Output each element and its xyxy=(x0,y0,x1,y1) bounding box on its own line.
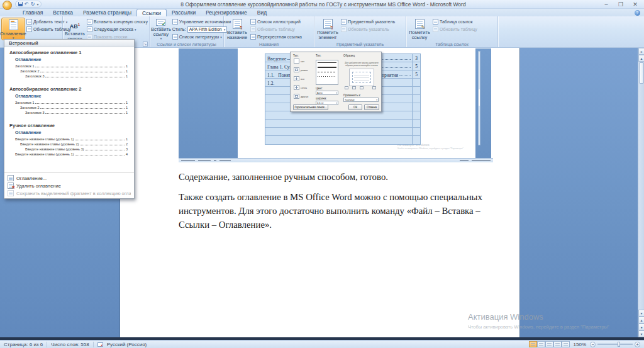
group-citations: Вставить ссылку ▾ Управление источниками… xyxy=(150,16,224,47)
insert-endnote-label: Вставить концевую сноску xyxy=(94,20,148,24)
mark-entry-button[interactable]: Пометить элемент xyxy=(316,18,340,40)
insert-index-icon xyxy=(341,19,347,25)
insert-index-button[interactable]: Предметный указатель xyxy=(341,18,395,25)
tab-view[interactable]: Вид xyxy=(252,9,272,16)
border-option-grid[interactable]: сетка xyxy=(294,85,307,90)
print-layout-view-button[interactable] xyxy=(529,341,537,347)
cancel-button[interactable]: Отмена xyxy=(364,104,379,110)
insert-footnote-button[interactable]: AB1 Вставить сноску xyxy=(64,18,86,40)
document-page[interactable]: Введение 3 Глава 1. Сущ 5 1.1. Понят пре… xyxy=(119,48,520,337)
redo-icon[interactable]: ↻ xyxy=(31,2,35,7)
style-combo[interactable]: APA Fifth Edition ▾ xyxy=(187,26,228,33)
next-page-icon[interactable]: ▼ xyxy=(638,330,644,337)
apply-to-combo[interactable]: Таблице▾ xyxy=(343,98,379,102)
browse-object-icon[interactable]: ● xyxy=(638,323,644,330)
qat-customize-arrow-icon[interactable]: ▾ xyxy=(36,2,38,6)
page-indicator[interactable]: Страница: 6 из 6 xyxy=(4,342,43,347)
zoom-out-button[interactable]: − xyxy=(590,342,596,347)
vertical-scrollbar[interactable]: ≡ ▲ ▼ ▲ ● ▼ xyxy=(638,48,644,337)
tab-insert[interactable]: Вставка xyxy=(48,9,78,16)
next-footnote-button[interactable]: Следующая сноска ▾ xyxy=(87,26,148,33)
word-window: ↶ ↻ ▾ 8 Оформляем оглавление курсовойдип… xyxy=(0,0,644,348)
close-button[interactable]: ✕ xyxy=(631,1,639,8)
gallery-item-manual-toc[interactable]: Ручное оглавление xyxy=(4,120,134,129)
horizontal-line-button[interactable]: Горизонтальная линия... xyxy=(293,104,328,110)
bibliography-button[interactable]: Список литературы ▾ xyxy=(172,33,231,40)
border-option-none[interactable]: нет xyxy=(294,59,304,64)
dialog-launcher-icon[interactable]: ↘ xyxy=(143,42,148,47)
embedded-doc-background-right xyxy=(475,48,491,158)
insert-caption-button[interactable]: Вставить название xyxy=(225,18,249,40)
gallery-item-auto-toc-1[interactable]: Автособираемое оглавление 1 xyxy=(4,47,134,56)
ok-button[interactable]: ОК xyxy=(348,104,362,110)
mark-entry-icon xyxy=(323,19,333,29)
manage-sources-button[interactable]: Управление источниками xyxy=(172,18,231,25)
color-combo[interactable]: Авто▾ xyxy=(316,91,338,95)
show-notes-label: Показать сноски xyxy=(94,35,127,39)
table-of-authorities-button[interactable]: Таблица ссылок xyxy=(433,18,477,25)
language-indicator[interactable]: Русский (Россия) xyxy=(107,342,147,347)
gallery-preview[interactable]: Оглавление Заголовок 11 Заголовок 21 Заг… xyxy=(15,94,128,115)
border-option-box[interactable]: рамка xyxy=(294,67,308,72)
ruler-toggle-icon[interactable]: ≡ xyxy=(638,48,644,55)
previous-page-icon[interactable]: ▲ xyxy=(638,317,644,323)
insert-endnote-button[interactable]: Вставить концевую сноску xyxy=(87,18,148,25)
menu-item-insert-toc[interactable]: Оглавление... xyxy=(4,174,134,182)
toc-entry: 1.2. xyxy=(267,81,274,86)
table-of-figures-button[interactable]: Список иллюстраций xyxy=(250,18,302,25)
scroll-down-icon[interactable]: ▼ xyxy=(638,310,644,317)
outline-view-button[interactable] xyxy=(553,341,562,347)
zoom-in-button[interactable]: + xyxy=(635,342,640,347)
quick-access-toolbar: ↶ ↻ ▾ xyxy=(15,1,42,8)
proofing-icon[interactable] xyxy=(97,342,103,347)
tab-references[interactable]: Ссылки xyxy=(136,9,167,16)
insert-citation-button[interactable]: Вставить ссылку ▾ xyxy=(151,18,171,40)
group-index: Пометить элемент Предметный указатель Об… xyxy=(314,16,406,47)
zoom-track[interactable] xyxy=(597,344,633,345)
office-button[interactable] xyxy=(3,1,12,10)
undo-icon[interactable]: ↶ xyxy=(25,2,29,7)
border-option-all[interactable]: все xyxy=(294,76,304,81)
group-label-captions: Названия xyxy=(224,42,314,47)
web-layout-view-button[interactable] xyxy=(545,341,553,347)
tab-mailings[interactable]: Рассылки xyxy=(167,9,201,16)
gallery-preview[interactable]: Оглавление Введите название главы (урове… xyxy=(15,130,128,156)
line-style-list[interactable] xyxy=(316,60,338,85)
cross-reference-button[interactable]: Перекрестная ссылка xyxy=(250,33,302,40)
border-toggle-button[interactable] xyxy=(345,86,348,89)
border-toggle-button[interactable] xyxy=(360,86,364,89)
paragraph: Также создать оглавление в MS Office Wor… xyxy=(179,190,498,232)
tab-page-layout[interactable]: Разметка страницы xyxy=(78,9,136,16)
restore-button[interactable]: ❐ xyxy=(617,1,625,8)
mark-citation-button[interactable]: Пометить ссылку xyxy=(408,18,431,40)
zoom-thumb[interactable] xyxy=(618,342,620,347)
tab-home[interactable]: Главная xyxy=(18,9,48,16)
border-toggle-button[interactable] xyxy=(352,86,356,89)
scrollbar-thumb[interactable] xyxy=(639,62,644,84)
border-option-custom[interactable]: другая xyxy=(294,94,308,99)
mark-entry-label: Пометить элемент xyxy=(316,30,340,40)
menu-commands: Оглавление... Удалить оглавление Сохрани… xyxy=(4,172,134,197)
border-toggle-button[interactable] xyxy=(372,86,376,89)
menu-item-remove-toc[interactable]: Удалить оглавление xyxy=(4,182,134,189)
toc-button[interactable]: Оглавление ▾ xyxy=(1,18,25,40)
scroll-up-icon[interactable]: ▲ xyxy=(638,55,644,62)
gallery-item-auto-toc-2[interactable]: Автособираемое оглавление 2 xyxy=(4,84,134,93)
word-count[interactable]: Число слов: 558 xyxy=(51,342,89,347)
tab-review[interactable]: Рецензирование xyxy=(201,9,252,16)
update-table-icon xyxy=(26,26,32,32)
minimize-button[interactable]: – xyxy=(602,1,610,8)
sample-preview[interactable] xyxy=(349,69,374,86)
border-setting-label: Тип: xyxy=(293,54,299,57)
fullscreen-view-button[interactable] xyxy=(537,341,545,347)
add-text-label: Добавить текст xyxy=(33,20,65,24)
borders-dialog: Тип: нет рамка все сетк xyxy=(290,52,382,112)
window-title: 8 Оформляем оглавление курсовойдипломной… xyxy=(0,1,602,8)
save-icon[interactable] xyxy=(18,2,23,6)
paragraph: Содержание, заполненное ручным способом,… xyxy=(179,170,499,184)
gallery-preview[interactable]: Оглавление Заголовок 11 Заголовок 21 Заг… xyxy=(15,57,128,78)
zoom-level[interactable]: 150% xyxy=(574,342,586,347)
help-icon[interactable]: ? xyxy=(635,10,640,16)
draft-view-button[interactable] xyxy=(562,341,570,347)
ribbon-tab-row: Главная Вставка Разметка страницы Ссылки… xyxy=(0,9,644,16)
